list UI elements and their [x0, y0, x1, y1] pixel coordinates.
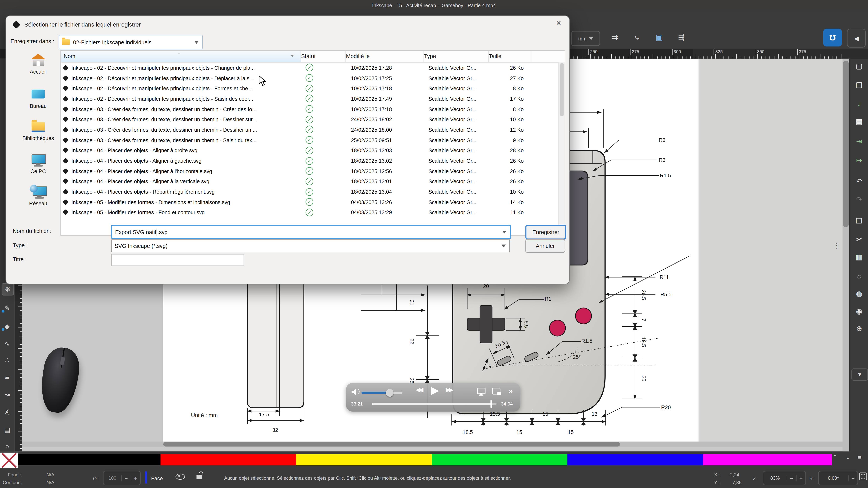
undo-icon[interactable]: ↶	[854, 176, 864, 186]
fill-value[interactable]: N/A	[46, 472, 54, 478]
sidebar-item-réseau[interactable]: Réseau	[16, 185, 60, 206]
column-header-type[interactable]: Type	[421, 51, 489, 62]
palette-swatch[interactable]	[161, 454, 296, 465]
snap-toggle-button[interactable]: Ω	[823, 29, 842, 46]
sidebar-item-accueil[interactable]: Accueil	[16, 54, 60, 75]
rotation-stepper[interactable]: 0,00° −	[818, 471, 858, 485]
snap-nodes-icon[interactable]: ⤷	[630, 30, 644, 44]
volume-slider[interactable]	[362, 392, 402, 394]
layer-lock-icon[interactable]	[196, 475, 202, 479]
pattern-tool-icon[interactable]: ❋	[2, 283, 14, 295]
zoom-selection-icon[interactable]: ◌	[854, 271, 864, 281]
opacity-minus-button[interactable]: −	[121, 475, 131, 481]
table-row[interactable]: Inkscape - 04 - Placer des objets - Alig…	[61, 145, 558, 156]
unit-select[interactable]: mm	[571, 31, 600, 46]
palette-scroll-up-icon[interactable]: ⌃	[833, 454, 838, 461]
column-header-size[interactable]: Taille	[486, 51, 531, 62]
zoom-stepper[interactable]: 83% − +	[763, 471, 806, 485]
zoom-value[interactable]: 83%	[764, 475, 786, 481]
import-icon[interactable]: ⇥	[854, 136, 864, 146]
spray-tool-icon[interactable]: ∴	[2, 355, 13, 366]
cancel-button[interactable]: Annuler	[525, 239, 565, 253]
no-color-swatch[interactable]	[0, 453, 18, 468]
table-row[interactable]: Inkscape - 02 - Découvrir et manipuler l…	[61, 63, 558, 73]
eraser-tool-icon[interactable]: ▰	[2, 372, 13, 383]
copy-icon[interactable]: ❐	[854, 216, 864, 226]
pages-tool-icon[interactable]: ▤	[2, 424, 13, 435]
horizontal-scrollbar[interactable]	[8, 442, 843, 447]
sidebar-item-ce-pc[interactable]: Ce PC	[16, 153, 60, 174]
zoom-plus-button[interactable]: +	[796, 475, 806, 481]
zoom-page-icon[interactable]: ◉	[854, 306, 864, 316]
zoom-minus-button[interactable]: −	[786, 475, 796, 481]
palette-swatch[interactable]	[432, 454, 567, 465]
progress-bar[interactable]	[372, 403, 497, 405]
column-header-status[interactable]: Statut	[298, 51, 346, 62]
column-header-modified[interactable]: Modifié le	[343, 51, 424, 62]
table-row[interactable]: Inkscape - 03 - Créer des formes, du tex…	[61, 104, 558, 114]
airplay-icon[interactable]	[477, 388, 486, 394]
vertical-scrollbar-thumb[interactable]	[843, 61, 848, 227]
more-commands-button[interactable]: ▼	[851, 368, 868, 381]
save-icon[interactable]: ↓	[854, 99, 864, 108]
picture-in-picture-icon[interactable]	[492, 388, 500, 394]
list-scrollbar-thumb[interactable]	[559, 63, 564, 116]
table-row[interactable]: Inkscape - 05 - Modifier des formes - Di…	[61, 197, 558, 207]
snap-page-icon[interactable]: ▣	[652, 30, 666, 44]
horizontal-scrollbar-thumb[interactable]	[163, 442, 620, 447]
list-scrollbar[interactable]	[558, 62, 565, 234]
table-row[interactable]: Inkscape - 05 - Modifier des formes - Fo…	[61, 207, 558, 218]
table-row[interactable]: Inkscape - 03 - Créer des formes, du tex…	[61, 125, 558, 135]
table-row[interactable]: Inkscape - 04 - Placer des objets - Répa…	[61, 187, 558, 197]
forward-button[interactable]: ▶▶	[445, 386, 452, 393]
print-icon[interactable]: ▤	[854, 116, 864, 126]
table-row[interactable]: Inkscape - 03 - Créer des formes, du tex…	[61, 114, 558, 125]
redo-icon[interactable]: ↷	[854, 194, 864, 204]
canvas-menu-icon[interactable]: ⋮	[833, 241, 840, 250]
table-row[interactable]: Inkscape - 03 - Créer des formes, du tex…	[61, 135, 558, 145]
palette-menu-icon[interactable]: ≡	[858, 454, 861, 461]
scrubber-handle[interactable]	[490, 400, 492, 408]
rotation-value[interactable]: 0,00°	[819, 475, 848, 481]
fill-tool-icon[interactable]: ◆	[2, 321, 13, 332]
save-in-combobox[interactable]: 02-Fichiers Inkscape individuels	[59, 35, 203, 49]
table-row[interactable]: Inkscape - 04 - Placer des objets - Alig…	[61, 176, 558, 187]
filetype-select[interactable]: SVG Inkscape (*.svg)	[111, 239, 510, 252]
layer-visibility-icon[interactable]	[176, 474, 185, 480]
snap-others-icon[interactable]: ⇶	[674, 30, 689, 44]
tweak-tool-icon[interactable]: ∿	[2, 338, 13, 349]
save-button[interactable]: Enregistrer	[525, 225, 566, 239]
filename-input[interactable]: Export SVG natif .svg	[111, 225, 511, 239]
column-header-name[interactable]: Nomˆ	[61, 51, 301, 62]
opacity-stepper[interactable]: 100 − +	[103, 471, 141, 485]
vertical-scrollbar[interactable]	[843, 59, 849, 452]
palette-swatch[interactable]	[18, 454, 160, 465]
sidebar-item-bibliothèques[interactable]: Bibliothèques	[16, 120, 60, 141]
measure-tool-icon[interactable]: ∡	[2, 407, 13, 418]
rotation-minus-button[interactable]: −	[848, 475, 858, 481]
collapse-panel-button[interactable]: ◀	[847, 29, 866, 47]
layer-name[interactable]: Face	[151, 475, 163, 481]
volume-knob[interactable]	[386, 389, 394, 397]
table-row[interactable]: Inkscape - 04 - Placer des objets - Alig…	[61, 166, 558, 176]
play-button[interactable]: ▶	[431, 383, 439, 397]
opacity-value[interactable]: 100	[103, 475, 121, 481]
palette-swatch[interactable]	[296, 454, 432, 465]
cut-icon[interactable]: ✂	[854, 234, 864, 244]
export-icon[interactable]: ↦	[854, 155, 864, 165]
zoom-center-icon[interactable]: ⊕	[854, 323, 864, 333]
connector-tool-icon[interactable]: ↝	[2, 389, 13, 400]
snap-bbox-icon[interactable]: ⇉	[608, 30, 622, 44]
layer-panel-icon[interactable]	[859, 473, 867, 480]
dropper-tool-icon[interactable]: ✎	[2, 303, 13, 314]
lpe-tool-icon[interactable]: ○	[2, 441, 13, 452]
palette-scroll-down-icon[interactable]: ⌄	[845, 454, 850, 461]
table-row[interactable]: Inkscape - 02 - Découvrir et manipuler l…	[61, 73, 558, 83]
palette-swatch[interactable]	[567, 454, 703, 465]
palette-swatch[interactable]	[703, 454, 832, 465]
title-input[interactable]	[111, 254, 244, 266]
table-row[interactable]: Inkscape - 02 - Découvrir et manipuler l…	[61, 94, 558, 104]
rewind-button[interactable]: ◀◀	[416, 386, 422, 393]
volume-icon[interactable]	[351, 389, 358, 395]
table-row[interactable]: Inkscape - 02 - Découvrir et manipuler l…	[61, 83, 558, 94]
